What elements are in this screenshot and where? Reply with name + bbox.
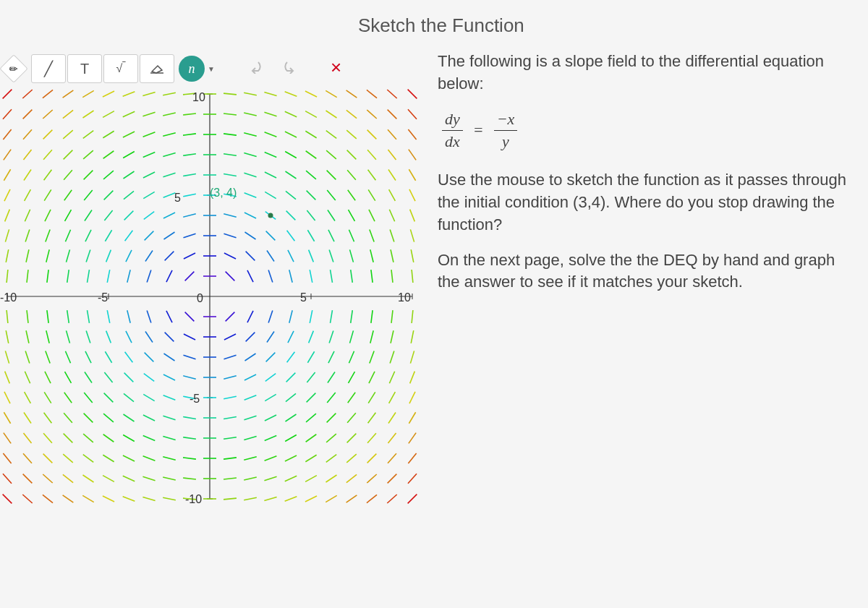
svg-line-151 (142, 497, 155, 500)
svg-line-273 (265, 456, 277, 461)
svg-line-416 (409, 392, 415, 403)
svg-line-427 (409, 150, 416, 160)
svg-line-171 (163, 497, 176, 500)
dropdown-icon[interactable]: ▼ (208, 65, 215, 73)
close-button[interactable]: × (331, 56, 341, 81)
svg-line-400 (391, 310, 393, 323)
svg-line-389 (367, 110, 376, 119)
svg-line-342 (329, 249, 333, 262)
svg-line-11 (3, 494, 12, 504)
svg-line-204 (183, 214, 195, 217)
svg-line-100 (88, 310, 90, 323)
sqrt-icon: √ (116, 62, 125, 75)
svg-line-300 (289, 310, 292, 322)
svg-line-298 (287, 352, 295, 362)
svg-line-165 (143, 192, 154, 198)
svg-line-84 (65, 210, 72, 221)
svg-line-368 (346, 130, 357, 139)
svg-line-424 (410, 210, 415, 222)
svg-line-90 (63, 90, 74, 98)
math-sqrt-tool[interactable]: √ (103, 54, 138, 83)
svg-line-83 (65, 230, 70, 242)
svg-line-76 (64, 393, 72, 403)
svg-line-313 (305, 455, 316, 462)
svg-line-133 (123, 455, 135, 461)
svg-line-141 (127, 270, 130, 282)
svg-line-294 (285, 435, 297, 442)
math-input-button[interactable]: n (179, 56, 205, 82)
svg-line-264 (244, 213, 256, 218)
svg-line-54 (43, 433, 52, 443)
svg-line-376 (368, 392, 375, 403)
svg-line-403 (390, 229, 394, 241)
svg-line-355 (347, 413, 356, 423)
svg-line-410 (387, 90, 396, 98)
svg-line-153 (143, 456, 156, 461)
svg-line-339 (329, 330, 333, 343)
svg-line-81 (67, 270, 69, 283)
instruction-panel: The following is a slope field to the di… (438, 51, 857, 307)
svg-line-341 (331, 270, 333, 283)
svg-line-267 (244, 153, 256, 157)
svg-line-425 (409, 189, 415, 201)
svg-line-194 (183, 437, 196, 440)
svg-line-405 (389, 189, 396, 201)
svg-line-361 (351, 270, 353, 283)
svg-line-263 (245, 232, 256, 239)
svg-line-428 (408, 129, 416, 140)
svg-line-319 (309, 331, 314, 343)
text-tool[interactable]: T (67, 54, 102, 83)
svg-line-187 (163, 153, 175, 157)
svg-line-107 (83, 150, 93, 159)
svg-line-102 (86, 249, 90, 262)
svg-line-395 (388, 413, 396, 424)
svg-line-80 (67, 310, 69, 323)
svg-line-49 (23, 110, 33, 119)
svg-line-58 (46, 351, 50, 364)
svg-line-391 (387, 494, 396, 503)
eraser-tool[interactable] (140, 54, 174, 83)
svg-line-322 (309, 250, 314, 262)
svg-line-414 (409, 433, 416, 444)
slope-field-svg[interactable] (0, 87, 420, 506)
svg-line-299 (288, 331, 294, 343)
svg-line-421 (412, 270, 413, 283)
svg-line-60 (47, 310, 48, 323)
pencil-tool[interactable]: ╱ (31, 54, 66, 83)
svg-line-59 (46, 330, 49, 343)
svg-line-407 (388, 150, 396, 160)
svg-line-23 (5, 229, 9, 241)
toolbar: ✎ ╱ T √ n ▼ × (4, 54, 341, 83)
svg-point-431 (268, 213, 273, 218)
svg-line-281 (268, 270, 273, 282)
svg-line-247 (224, 154, 237, 156)
svg-line-304 (286, 211, 296, 220)
slope-field-plot[interactable]: 10 5 0 -5 -10 -10 -5 5 10 (3, 4) (0, 87, 420, 506)
svg-line-189 (163, 113, 176, 116)
svg-line-126 (103, 171, 114, 179)
pencil-icon: ╱ (44, 60, 53, 77)
svg-line-372 (367, 474, 376, 483)
svg-line-243 (224, 234, 236, 238)
svg-line-309 (285, 111, 297, 116)
svg-line-143 (125, 231, 133, 241)
svg-line-85 (64, 190, 72, 201)
svg-line-369 (346, 110, 357, 118)
svg-line-82 (67, 249, 70, 262)
edit-mode-icon[interactable]: ✎ (0, 54, 28, 83)
undo-button[interactable] (245, 56, 268, 81)
svg-line-429 (408, 109, 417, 119)
svg-line-24 (5, 210, 10, 222)
svg-line-289 (264, 112, 276, 116)
svg-line-356 (348, 393, 355, 403)
svg-line-46 (24, 170, 31, 181)
redo-button[interactable] (277, 56, 300, 81)
svg-line-72 (63, 474, 73, 482)
svg-line-365 (348, 190, 355, 201)
svg-line-209 (183, 114, 196, 115)
svg-line-39 (26, 330, 29, 343)
svg-line-402 (391, 249, 393, 262)
svg-line-192 (183, 478, 196, 479)
svg-line-348 (326, 131, 336, 139)
svg-line-292 (285, 476, 297, 481)
